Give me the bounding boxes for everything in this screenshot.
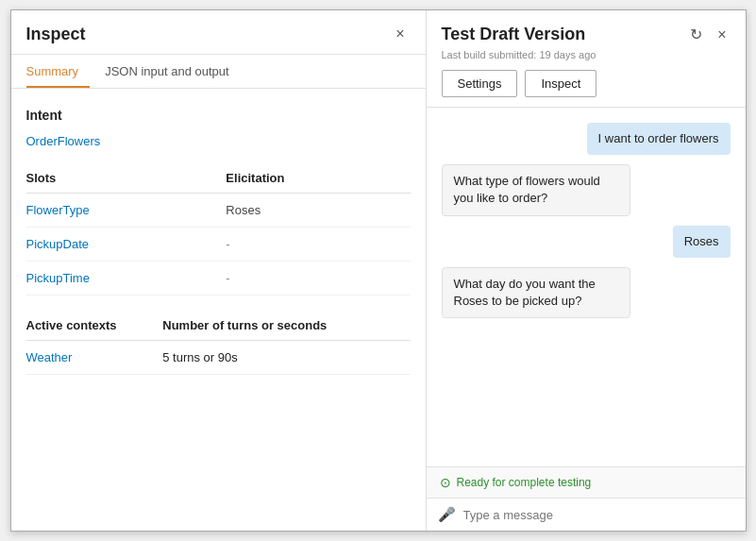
status-text: Ready for complete testing	[457, 476, 592, 489]
slot-name-pickupdate[interactable]: PickupDate	[26, 228, 227, 262]
tab-summary[interactable]: Summary	[26, 55, 91, 88]
intent-heading: Intent	[26, 108, 411, 123]
slot-value-pickupdate: -	[226, 228, 410, 262]
intent-value[interactable]: OrderFlowers	[26, 134, 411, 148]
right-header: Test Draft Version ↻ × Last build submit…	[427, 10, 746, 108]
slot-value-pickuptime: -	[226, 262, 410, 296]
left-panel: Inspect × Summary JSON input and output …	[11, 10, 427, 531]
inspect-button[interactable]: Inspect	[525, 70, 596, 97]
context-name-weather[interactable]: Weather	[26, 341, 163, 375]
mic-icon: 🎤	[438, 506, 456, 523]
bot-message-2: What day do you want the Roses to be pic…	[442, 267, 630, 318]
slot-name-flowertype[interactable]: FlowerType	[26, 194, 227, 228]
right-title-actions: ↻ ×	[686, 24, 730, 45]
active-contexts-heading: Active contexts	[26, 311, 163, 341]
chat-input-bar: 🎤	[427, 498, 746, 531]
list-item: Roses	[442, 226, 731, 258]
right-panel-title: Test Draft Version	[442, 25, 586, 44]
tab-json-input-output[interactable]: JSON input and output	[105, 55, 241, 88]
slot-value-flowertype: Roses	[226, 194, 410, 228]
context-value-weather: 5 turns or 90s	[162, 341, 410, 375]
right-close-button[interactable]: ×	[714, 25, 730, 45]
list-item: What day do you want the Roses to be pic…	[442, 267, 731, 318]
slots-heading: Slots	[26, 163, 227, 194]
slot-name-pickuptime[interactable]: PickupTime	[26, 262, 227, 296]
user-message-2: Roses	[673, 226, 731, 258]
table-row: PickupTime -	[26, 262, 411, 296]
bot-message-1: What type of flowers would you like to o…	[442, 164, 630, 215]
right-action-buttons: Settings Inspect	[442, 70, 731, 97]
table-row: Weather 5 turns or 90s	[26, 341, 411, 375]
left-close-button[interactable]: ×	[390, 24, 410, 44]
left-tabs: Summary JSON input and output	[11, 55, 426, 89]
chat-input[interactable]	[463, 508, 734, 522]
table-row: PickupDate -	[26, 228, 411, 262]
status-bar: ⊙ Ready for complete testing	[427, 466, 746, 498]
settings-button[interactable]: Settings	[442, 70, 518, 97]
right-subtitle: Last build submitted: 19 days ago	[442, 49, 731, 60]
slots-table: Slots Elicitation FlowerType Roses Picku…	[26, 163, 411, 296]
left-content: Intent OrderFlowers Slots Elicitation Fl…	[11, 89, 426, 531]
refresh-button[interactable]: ↻	[686, 24, 706, 45]
left-header: Inspect ×	[11, 10, 426, 55]
turns-seconds-heading: Number of turns or seconds	[162, 311, 410, 341]
chat-area: I want to order flowers What type of flo…	[427, 108, 746, 466]
left-panel-title: Inspect	[26, 25, 86, 44]
list-item: What type of flowers would you like to o…	[442, 164, 731, 215]
elicitation-heading: Elicitation	[226, 163, 410, 194]
user-message-1: I want to order flowers	[587, 123, 731, 155]
list-item: I want to order flowers	[442, 123, 731, 155]
status-check-icon: ⊙	[440, 475, 451, 490]
right-title-row: Test Draft Version ↻ ×	[442, 24, 731, 45]
right-panel: Test Draft Version ↻ × Last build submit…	[427, 10, 746, 531]
active-contexts-table: Active contexts Number of turns or secon…	[26, 311, 411, 375]
table-row: FlowerType Roses	[26, 194, 411, 228]
